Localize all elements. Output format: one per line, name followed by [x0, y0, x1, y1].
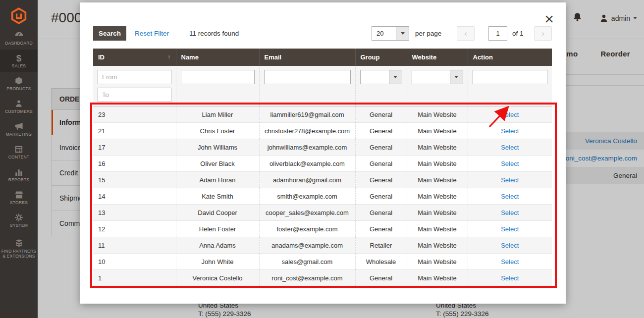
- cell-id: 17: [93, 139, 176, 156]
- per-page-value: 20: [376, 30, 383, 37]
- cell-group: General: [355, 139, 407, 156]
- select-customer-link[interactable]: Select: [501, 242, 519, 249]
- customer-row-11: 11Anna Adamsanadams@example.comRetailerM…: [93, 237, 552, 254]
- partners-icon: [14, 239, 24, 248]
- cell-group: General: [355, 123, 407, 139]
- sort-ascending-icon: ↑: [167, 53, 171, 60]
- sidebar-item-find-partners-extensions[interactable]: FIND PARTNERS & EXTENSIONS: [0, 237, 38, 260]
- sidebar-item-label: PRODUCTS: [6, 87, 31, 92]
- cell-id: 11: [93, 237, 176, 254]
- cell-email: foster@example.com: [259, 221, 355, 237]
- customers-icon: [15, 99, 23, 108]
- cell-email: roni_cost@example.com: [259, 270, 355, 286]
- select-arrow-icon: [396, 27, 409, 40]
- cell-website: Main Website: [407, 106, 468, 123]
- close-icon[interactable]: ×: [544, 11, 554, 26]
- select-customer-link[interactable]: Select: [501, 111, 519, 118]
- sidebar-item-reports[interactable]: REPORTS: [0, 163, 38, 186]
- cell-website: Main Website: [407, 237, 468, 254]
- sidebar-divider: [5, 235, 33, 235]
- sidebar-item-label: SYSTEM: [10, 223, 28, 228]
- sidebar-item-marketing[interactable]: MARKETING: [0, 118, 38, 141]
- cell-website: Main Website: [407, 188, 468, 205]
- marketing-icon: [14, 122, 24, 131]
- cell-id: 21: [93, 123, 176, 139]
- select-customer-link[interactable]: Select: [501, 127, 519, 135]
- cell-email: adamhoran@gmail.com: [259, 172, 355, 188]
- filter-id-from-input[interactable]: [98, 70, 171, 84]
- cell-website: Main Website: [407, 205, 468, 221]
- column-header-email[interactable]: Email: [259, 49, 355, 66]
- per-page-select[interactable]: 20: [372, 26, 409, 41]
- customer-row-14: 14Kate Smithsmith@example.comGeneralMain…: [93, 188, 552, 205]
- filter-action-input[interactable]: [473, 70, 548, 84]
- sidebar-nav: DASHBOARD$SALESPRODUCTSCUSTOMERSMARKETIN…: [0, 27, 38, 260]
- previous-page-button[interactable]: ‹: [457, 26, 475, 41]
- chevron-left-icon: ‹: [464, 29, 467, 39]
- cell-id: 12: [93, 221, 176, 237]
- cell-id: 23: [93, 106, 176, 123]
- select-customer-link[interactable]: Select: [501, 144, 519, 151]
- select-arrow-icon: [389, 70, 402, 84]
- sidebar-item-stores[interactable]: STORES: [0, 186, 38, 209]
- cell-name: John White: [176, 254, 259, 270]
- column-header-name[interactable]: Name: [176, 49, 259, 66]
- column-header-website[interactable]: Website: [407, 49, 468, 66]
- customer-row-15: 15Adam Horanadamhoran@gmail.comGeneralMa…: [93, 172, 552, 188]
- select-customer-link[interactable]: Select: [501, 176, 519, 184]
- select-customer-link[interactable]: Select: [501, 274, 519, 282]
- customer-row-1: 1Veronica Costelloroni_cost@example.comG…: [93, 270, 552, 286]
- select-arrow-icon: [450, 70, 463, 84]
- reports-icon: [14, 167, 23, 177]
- filter-id-to-input[interactable]: [98, 88, 171, 102]
- page-number-input[interactable]: [488, 26, 507, 41]
- cell-email: chrisfoster278@example.com: [259, 123, 355, 139]
- next-page-button[interactable]: ›: [534, 26, 552, 41]
- select-customer-link[interactable]: Select: [501, 160, 519, 167]
- sidebar-item-sales[interactable]: $SALES: [0, 50, 38, 72]
- sidebar-item-label: STORES: [10, 201, 28, 206]
- cell-name: Kate Smith: [176, 188, 259, 205]
- filter-name-input[interactable]: [181, 70, 255, 84]
- customer-row-13: 13David Coopercooper_sales@example.comGe…: [93, 205, 552, 221]
- cell-website: Main Website: [407, 172, 468, 188]
- select-customer-link[interactable]: Select: [501, 258, 519, 265]
- cell-email: oliverblack@example.com: [259, 156, 355, 172]
- column-header-action[interactable]: Action: [468, 49, 552, 66]
- cell-name: Anna Adams: [176, 237, 259, 254]
- column-header-id[interactable]: ID↑: [93, 49, 176, 66]
- select-customer-link[interactable]: Select: [501, 209, 519, 216]
- sidebar-item-customers[interactable]: CUSTOMERS: [0, 95, 38, 118]
- search-button[interactable]: Search: [93, 26, 126, 41]
- filter-email-input[interactable]: [264, 70, 351, 84]
- sidebar-item-label: CUSTOMERS: [5, 109, 33, 114]
- cell-group: General: [355, 205, 407, 221]
- dashboard-icon: [14, 31, 24, 40]
- products-icon: [14, 76, 23, 86]
- sidebar-item-dashboard[interactable]: DASHBOARD: [0, 27, 38, 50]
- select-customer-link[interactable]: Select: [501, 193, 519, 200]
- filter-website-select[interactable]: [412, 70, 463, 84]
- column-header-group[interactable]: Group: [355, 49, 407, 66]
- cell-website: Main Website: [407, 156, 468, 172]
- cell-id: 15: [93, 172, 176, 188]
- cell-id: 1: [93, 270, 176, 286]
- cell-name: Liam Miller: [176, 106, 259, 123]
- cell-id: 13: [93, 205, 176, 221]
- filter-group-select[interactable]: [360, 70, 402, 84]
- sidebar-item-products[interactable]: PRODUCTS: [0, 72, 38, 95]
- sidebar-item-content[interactable]: CONTENT: [0, 141, 38, 163]
- sidebar-item-label: REPORTS: [8, 178, 29, 183]
- per-page-label: per page: [415, 30, 441, 37]
- magento-logo-icon[interactable]: [0, 0, 38, 27]
- cell-email: cooper_sales@example.com: [259, 205, 355, 221]
- cell-group: General: [355, 270, 407, 286]
- cell-name: Oliver Black: [176, 156, 259, 172]
- reset-filter-link[interactable]: Reset Filter: [135, 30, 169, 37]
- cell-website: Main Website: [407, 221, 468, 237]
- sidebar-item-system[interactable]: SYSTEM: [0, 209, 38, 232]
- sidebar-item-label: MARKETING: [6, 132, 32, 137]
- select-customer-link[interactable]: Select: [501, 225, 519, 233]
- cell-group: General: [355, 156, 407, 172]
- cell-name: Veronica Costello: [176, 270, 259, 286]
